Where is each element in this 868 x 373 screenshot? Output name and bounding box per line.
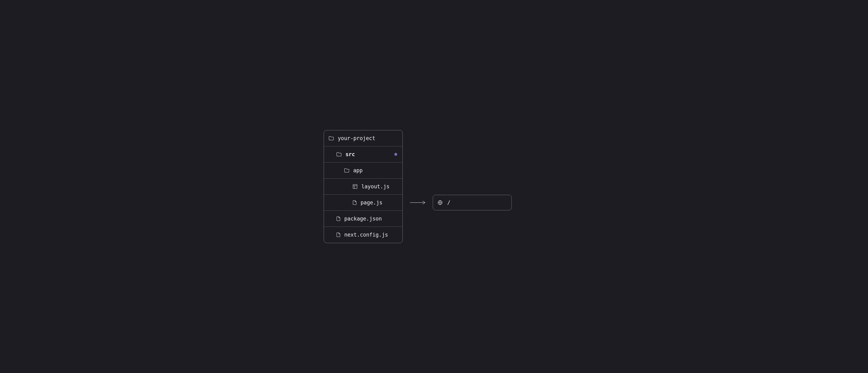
url-path: / (447, 200, 451, 206)
tree-row-layout: layout.js (324, 178, 402, 195)
tree-row-config: next.config.js (324, 227, 402, 243)
file-icon (353, 200, 356, 205)
folder-icon (337, 152, 341, 156)
tree-row-page: page.js (324, 195, 402, 211)
layout-icon (353, 184, 357, 189)
tree-row-app: app (324, 163, 402, 178)
file-icon (337, 232, 340, 237)
folder-structure-diagram: your-project src app (324, 130, 512, 243)
tree-item-label: next.config.js (344, 232, 388, 238)
highlight-dot-icon (394, 153, 397, 156)
tree-row-package: package.json (324, 211, 402, 227)
folder-icon (344, 168, 349, 172)
tree-item-label: package.json (344, 216, 382, 222)
folder-icon (329, 136, 334, 140)
file-icon (337, 217, 340, 221)
globe-icon (438, 200, 442, 205)
url-box: / (433, 195, 512, 210)
tree-item-label: src (345, 151, 355, 157)
tree-item-label: layout.js (361, 183, 390, 190)
arrow-icon (410, 201, 426, 205)
file-tree: your-project src app (324, 130, 403, 243)
tree-root-label: your-project (338, 135, 375, 141)
tree-row-src: src (324, 146, 402, 163)
svg-rect-0 (353, 184, 357, 189)
tree-item-label: page.js (361, 200, 382, 206)
tree-row-root: your-project (324, 130, 402, 146)
tree-item-label: app (353, 167, 363, 173)
